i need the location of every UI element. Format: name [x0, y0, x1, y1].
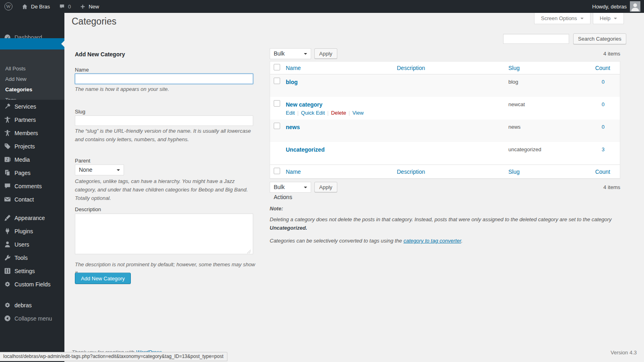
sidebar-item-projects[interactable]: Projects [0, 140, 64, 153]
form-heading: Add New Category [75, 51, 125, 58]
sidebar-subitem-tags[interactable]: Tags [0, 95, 64, 100]
gear-icon [0, 301, 14, 309]
svg-text:♪: ♪ [6, 157, 8, 162]
sidebar-item-members[interactable]: Members [0, 126, 64, 140]
category-name-link[interactable]: New category [286, 101, 322, 108]
sidebar-item-settings[interactable]: Settings [0, 264, 64, 278]
count-link[interactable]: 0 [602, 101, 605, 107]
bulk-actions-select-top[interactable]: Bulk Actions [270, 48, 311, 59]
category-name-link[interactable]: blog [286, 79, 298, 85]
plus-icon [80, 4, 86, 10]
edit-action[interactable]: Edit [286, 110, 301, 116]
delete-action[interactable]: Delete [331, 110, 352, 116]
sidebar-item-collapse-menu[interactable]: Collapse menu [0, 312, 64, 325]
count-link[interactable]: 0 [602, 124, 605, 130]
description-label: Description [75, 206, 101, 212]
category-name-link[interactable]: news [286, 124, 300, 130]
gear-icon [0, 280, 14, 288]
quick-edit-action[interactable]: Quick Edit [301, 110, 331, 116]
wrench-icon [0, 254, 14, 261]
comments-bubble[interactable]: 0 [54, 0, 75, 13]
sidebar-subitem-all-posts[interactable]: All Posts [0, 64, 64, 74]
sidebar-item-tools[interactable]: Tools [0, 251, 64, 264]
plug-icon [0, 227, 14, 235]
note-uncategorized: Uncategorized. [270, 225, 307, 231]
note-line2: Categories can be selectively converted … [270, 238, 403, 244]
slug-cell: news [508, 119, 580, 142]
avatar[interactable] [630, 1, 640, 12]
name-label: Name [75, 67, 89, 73]
sidebar-subitem-add-new[interactable]: Add New [0, 74, 64, 84]
column-header-description[interactable]: Description [397, 65, 425, 71]
sidebar-item-users[interactable]: Users [0, 238, 64, 251]
category-to-tag-converter-link[interactable]: category to tag converter [403, 238, 461, 244]
sidebar-item-plugins[interactable]: Plugins [0, 224, 64, 238]
admin-bar-right: Howdy, debras [592, 1, 644, 12]
column-header-count[interactable]: Count [595, 65, 610, 71]
site-name-link[interactable]: De Bras [17, 0, 54, 13]
category-slug-field[interactable] [75, 115, 253, 126]
sidebar-item-appearance[interactable]: Appearance [0, 211, 64, 224]
table-row-hovered: New category EditQuick EditDeleteView ne… [270, 97, 620, 119]
add-new-category-button[interactable]: Add New Category [75, 273, 131, 284]
sidebar-item-media[interactable]: ♪ Media [0, 153, 64, 166]
sidebar-item-dashboard[interactable]: Dashboard [0, 27, 64, 38]
admin-bar: W De Bras 0 New Howdy, debras [0, 0, 644, 13]
howdy-account-link[interactable]: Howdy, debras [592, 4, 627, 10]
table-row-default-category: Uncategorized uncategorized 3 [270, 142, 620, 165]
sidebar-item-services[interactable]: Services [0, 100, 64, 113]
sidebar-item-contact[interactable]: Contact [0, 193, 64, 206]
category-description-field[interactable] [75, 214, 253, 254]
view-action[interactable]: View [352, 110, 363, 116]
apply-button-bottom[interactable]: Apply [314, 182, 337, 192]
media-icon: ♪ [0, 156, 14, 163]
new-content-menu[interactable]: New [75, 0, 103, 13]
home-icon [21, 3, 28, 10]
wordpress-admin-categories-page: W De Bras 0 New Howdy, debras [0, 0, 644, 362]
sidebar-item-pages[interactable]: Pages [0, 166, 64, 179]
count-link[interactable]: 3 [602, 146, 605, 152]
sidebar-item-comments[interactable]: Comments [0, 179, 64, 193]
column-footer-name[interactable]: Name [286, 169, 301, 175]
row-checkbox[interactable] [274, 78, 280, 84]
sidebar-item-label: Dashboard [14, 34, 42, 39]
slug-cell: newcat [508, 97, 580, 119]
parent-label: Parent [75, 158, 90, 164]
select-all-checkbox[interactable] [274, 64, 280, 70]
row-checkbox[interactable] [274, 123, 280, 129]
sidebar-item-debras[interactable]: debras [0, 298, 64, 312]
comment-count: 0 [68, 4, 71, 10]
sidebar-item-partners[interactable]: Partners [0, 113, 64, 126]
sidebar-item-posts-active[interactable] [0, 38, 64, 49]
parent-help: Categories, unlike tags, can have a hier… [75, 177, 256, 202]
column-footer-description[interactable]: Description [397, 169, 425, 175]
column-footer-count[interactable]: Count [595, 169, 610, 175]
note-line1: Deleting a category does not delete the … [270, 216, 612, 222]
row-checkbox[interactable] [274, 100, 280, 107]
user-icon [0, 241, 14, 248]
slug-cell: blog [508, 74, 580, 97]
paintbrush-icon [0, 214, 14, 222]
parent-select[interactable]: None [75, 165, 124, 175]
tag-icon [0, 142, 14, 150]
select-all-checkbox[interactable] [274, 168, 280, 174]
pages-icon [0, 169, 14, 177]
items-count-top: 4 items [603, 51, 620, 57]
column-header-name[interactable]: Name [286, 65, 301, 71]
sidebar-item-custom-fields[interactable]: Custom Fields [0, 278, 64, 291]
category-name-field[interactable] [75, 74, 253, 84]
categories-table: Name Description Slug Count blog blog 0 … [270, 61, 620, 179]
count-link[interactable]: 0 [602, 79, 605, 85]
column-footer-slug[interactable]: Slug [508, 169, 520, 175]
table-footer-row: Name Description Slug Count [270, 165, 620, 178]
bulk-actions-select-bottom[interactable]: Bulk Actions [270, 182, 311, 193]
person-access-icon [0, 129, 14, 137]
apply-button-top[interactable]: Apply [314, 48, 337, 59]
admin-sidebar-menu: Dashboard All Posts Add New Categories T… [0, 13, 64, 362]
wordpress-logo-menu[interactable]: W [0, 0, 17, 13]
column-header-slug[interactable]: Slug [508, 65, 520, 71]
category-name-link[interactable]: Uncategorized [286, 146, 324, 153]
add-category-form: Add New Category Name The name is how it… [75, 0, 253, 306]
sidebar-subitem-categories[interactable]: Categories [0, 84, 64, 95]
site-name-label: De Bras [31, 4, 50, 10]
